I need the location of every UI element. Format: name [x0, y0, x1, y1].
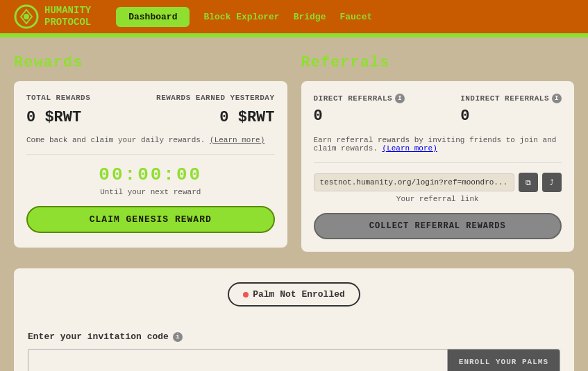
- referrals-learn-more-link[interactable]: (Learn more): [383, 144, 437, 153]
- collect-referral-rewards-button[interactable]: COLLECT REFERRAL REWARDS: [314, 213, 562, 239]
- share-referral-link-button[interactable]: ⤴: [542, 173, 562, 192]
- timer-display: 00:00:00: [26, 164, 275, 185]
- direct-referrals-info-icon[interactable]: i: [395, 94, 405, 103]
- navbar: humanity protocol Dashboard Block Explor…: [0, 0, 588, 33]
- rewards-section: Rewards Total Rewards Rewards Earned Yes…: [14, 54, 287, 252]
- invitation-code-input[interactable]: [28, 349, 447, 371]
- rewards-yesterday-label: Rewards Earned Yesterday: [156, 94, 274, 102]
- indirect-referrals-value: 0: [460, 107, 562, 125]
- main-content: Rewards Total Rewards Rewards Earned Yes…: [0, 37, 588, 268]
- referrals-card: Direct Referrals i 0 Indirect Referrals …: [301, 81, 575, 252]
- logo-text: humanity protocol: [44, 5, 91, 28]
- direct-referrals-col: Direct Referrals i 0: [314, 94, 405, 128]
- referral-link-input[interactable]: [314, 173, 515, 191]
- rewards-note: Come back and claim your daily rewards. …: [26, 136, 275, 144]
- block-explorer-nav-link[interactable]: Block Explorer: [203, 12, 279, 22]
- direct-referrals-label: Direct Referrals i: [314, 94, 405, 103]
- palm-status-label: Palm Not Enrolled: [253, 289, 345, 300]
- referrals-divider: [314, 162, 562, 163]
- logo-icon: [14, 4, 39, 29]
- referrals-section: Referrals Direct Referrals i 0 Indirect …: [301, 54, 575, 252]
- palm-status-dot: [243, 292, 249, 297]
- faucet-nav-link[interactable]: Faucet: [339, 12, 372, 22]
- enroll-palms-button[interactable]: ENROLL YOUR PALMS: [447, 349, 560, 371]
- svg-point-1: [24, 14, 29, 19]
- referrals-title: Referrals: [301, 54, 575, 71]
- indirect-referrals-col: Indirect Referrals i 0: [460, 94, 562, 128]
- referrals-note: Earn referral rewards by inviting friend…: [314, 136, 562, 153]
- bridge-nav-link[interactable]: Bridge: [294, 12, 326, 22]
- rewards-header-row: Total Rewards Rewards Earned Yesterday: [26, 94, 275, 102]
- total-rewards-value: 0 $RWT: [26, 109, 81, 126]
- referral-link-row: ⧉ ⤴: [314, 173, 562, 192]
- rewards-title: Rewards: [14, 54, 287, 71]
- rewards-card: Total Rewards Rewards Earned Yesterday 0…: [14, 81, 287, 248]
- share-icon: ⤴: [550, 178, 554, 187]
- claim-genesis-reward-button[interactable]: CLAIM GENESIS REWARD: [26, 206, 275, 233]
- invitation-code-label: Enter your invitation code i: [28, 331, 560, 342]
- rewards-learn-more-link[interactable]: (Learn more): [210, 136, 264, 144]
- copy-referral-link-button[interactable]: ⧉: [519, 173, 538, 192]
- timer-label: Until your next reward: [26, 188, 275, 196]
- rewards-yesterday-value: 0 $RWT: [219, 109, 274, 126]
- rewards-values-row: 0 $RWT 0 $RWT: [26, 109, 275, 128]
- copy-icon: ⧉: [526, 178, 531, 187]
- referrals-cols: Direct Referrals i 0 Indirect Referrals …: [314, 94, 562, 128]
- direct-referrals-value: 0: [314, 107, 405, 125]
- referral-link-label: Your referral link: [314, 195, 562, 203]
- invitation-input-row: ENROLL YOUR PALMS: [28, 349, 560, 371]
- indirect-referrals-label: Indirect Referrals i: [460, 94, 562, 103]
- logo: humanity protocol: [14, 4, 91, 29]
- palm-status-badge: Palm Not Enrolled: [228, 282, 360, 307]
- rewards-divider: [26, 154, 275, 155]
- indirect-referrals-info-icon[interactable]: i: [552, 94, 562, 103]
- invitation-info-icon[interactable]: i: [173, 332, 183, 342]
- dashboard-nav-button[interactable]: Dashboard: [116, 7, 190, 27]
- total-rewards-label: Total Rewards: [26, 94, 90, 102]
- palm-enrollment-section: Palm Not Enrolled Enter your invitation …: [14, 268, 574, 371]
